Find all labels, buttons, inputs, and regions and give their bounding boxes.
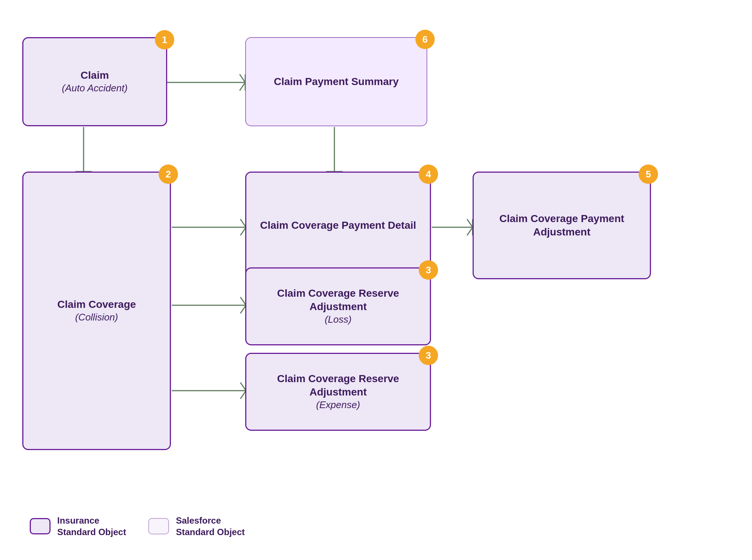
node-claim: Claim (Auto Accident) 1 bbox=[22, 37, 167, 126]
legend-salesforce-box bbox=[148, 518, 169, 534]
svg-line-19 bbox=[467, 227, 473, 235]
legend-insurance: InsuranceStandard Object bbox=[30, 515, 126, 538]
node-claim-title: Claim bbox=[62, 69, 128, 82]
node-claim-coverage-payment-detail: Claim Coverage Payment Detail 4 bbox=[245, 172, 431, 279]
node-ccrae-title: Claim Coverage Reserve Adjustment bbox=[255, 372, 421, 399]
legend-insurance-box bbox=[30, 518, 51, 534]
legend-salesforce: SalesforceStandard Object bbox=[148, 515, 244, 538]
node-claim-coverage-reserve-adj-expense: Claim Coverage Reserve Adjustment (Expen… bbox=[245, 353, 431, 431]
node-cc-badge: 2 bbox=[159, 165, 178, 184]
node-claim-coverage-payment-adjustment: Claim Coverage Payment Adjustment 5 bbox=[473, 172, 651, 279]
node-claim-coverage-reserve-adj-loss: Claim Coverage Reserve Adjustment (Loss)… bbox=[245, 267, 431, 345]
node-ccrae-badge: 3 bbox=[419, 346, 438, 365]
node-ccpa-title: Claim Coverage Payment Adjustment bbox=[483, 212, 641, 239]
node-cc-title: Claim Coverage bbox=[57, 298, 136, 311]
node-claim-payment-summary: Claim Payment Summary 6 bbox=[245, 37, 427, 126]
node-claim-coverage: Claim Coverage (Collision) 2 bbox=[22, 172, 171, 450]
legend: InsuranceStandard Object SalesforceStand… bbox=[30, 515, 245, 538]
node-ccral-title: Claim Coverage Reserve Adjustment bbox=[255, 287, 421, 314]
svg-line-3 bbox=[240, 82, 245, 91]
legend-salesforce-label: SalesforceStandard Object bbox=[176, 515, 244, 538]
node-ccpd-title: Claim Coverage Payment Detail bbox=[260, 219, 416, 232]
node-claim-badge: 1 bbox=[155, 30, 174, 49]
node-ccral-subtitle: (Loss) bbox=[255, 313, 421, 326]
node-ccpa-badge: 5 bbox=[639, 165, 658, 184]
svg-line-18 bbox=[467, 219, 473, 227]
node-ccral-badge: 3 bbox=[419, 260, 438, 280]
node-cps-badge: 6 bbox=[415, 30, 435, 49]
node-ccpd-badge: 4 bbox=[419, 165, 438, 184]
diagram-container: Claim (Auto Accident) 1 Claim Payment Su… bbox=[0, 0, 752, 560]
node-cps-title: Claim Payment Summary bbox=[274, 75, 399, 88]
svg-line-2 bbox=[240, 74, 245, 82]
node-claim-subtitle: (Auto Accident) bbox=[62, 82, 128, 95]
node-cc-subtitle: (Collision) bbox=[57, 311, 136, 324]
node-ccrae-subtitle: (Expense) bbox=[255, 399, 421, 411]
legend-insurance-label: InsuranceStandard Object bbox=[57, 515, 126, 538]
